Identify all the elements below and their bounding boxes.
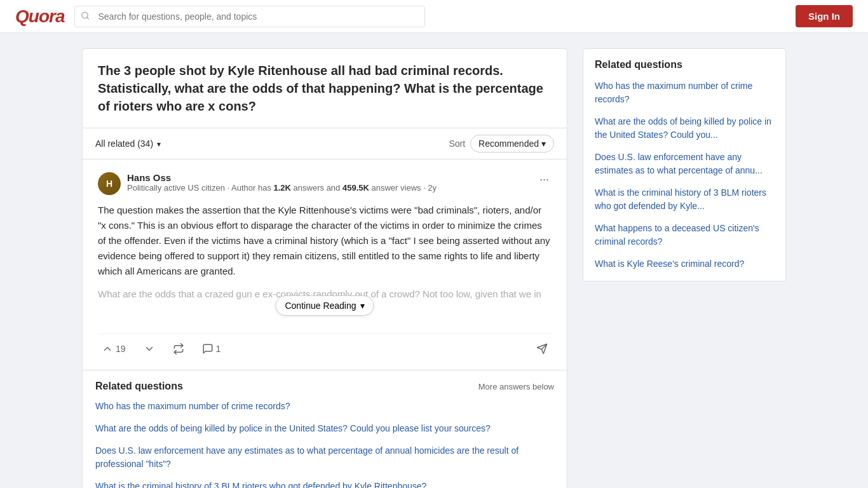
author-details: Hans Oss Politically active US citizen ·… xyxy=(127,172,437,193)
inline-related-link-1[interactable]: Who has the maximum number of crime reco… xyxy=(95,400,554,413)
sidebar-link-2[interactable]: What are the odds of being killed by pol… xyxy=(595,115,774,142)
downvote-button[interactable] xyxy=(140,341,159,357)
sidebar: Related questions Who has the maximum nu… xyxy=(583,48,786,488)
comment-count: 1 xyxy=(216,344,221,354)
all-related-label: All related (34) xyxy=(95,139,153,149)
main-content: The 3 people shot by Kyle Ritenhouse all… xyxy=(82,48,567,488)
answer-text: The question makes the assertion that th… xyxy=(98,203,552,279)
answer-actions: 19 xyxy=(98,334,552,357)
page-container: The 3 people shot by Kyle Ritenhouse all… xyxy=(72,33,796,488)
downvote-icon xyxy=(144,343,155,355)
svg-line-1 xyxy=(87,17,89,19)
inline-related-link-2[interactable]: What are the odds of being killed by pol… xyxy=(95,422,554,435)
search-bar xyxy=(74,6,424,27)
continue-reading-label: Continue Reading xyxy=(285,301,356,311)
continue-reading-button[interactable]: Continue Reading ▾ xyxy=(275,295,374,316)
comment-button[interactable]: 1 xyxy=(198,341,225,357)
answer-fade: What are the odds that a crazed gun e ex… xyxy=(98,287,552,325)
more-answers-label: More answers below xyxy=(478,382,554,391)
search-icon xyxy=(81,11,90,22)
answer-card: H Hans Oss Politically active US citizen… xyxy=(82,159,567,370)
upvote-count: 19 xyxy=(116,344,126,354)
all-related-filter[interactable]: All related (34) xyxy=(95,139,161,149)
upvote-icon xyxy=(102,343,113,355)
share-icon xyxy=(536,343,548,355)
inline-related-header: Related questions More answers below xyxy=(95,381,554,392)
comment-icon xyxy=(202,343,214,355)
author-info: H Hans Oss Politically active US citizen… xyxy=(98,172,437,195)
search-input[interactable] xyxy=(74,6,424,27)
more-options-button[interactable]: ··· xyxy=(537,172,552,186)
sidebar-title: Related questions xyxy=(595,59,774,71)
header: Quora Sign In xyxy=(0,0,868,33)
sidebar-link-3[interactable]: Does U.S. law enforcement have any estim… xyxy=(595,151,774,177)
sort-dropdown[interactable]: Recommended ▾ xyxy=(470,135,554,152)
sort-chevron-icon: ▾ xyxy=(541,139,546,149)
inline-related-card: Related questions More answers below Who… xyxy=(82,370,567,488)
sidebar-link-1[interactable]: Who has the maximum number of crime reco… xyxy=(595,79,774,106)
sidebar-link-6[interactable]: What is Kyle Reese's criminal record? xyxy=(595,257,774,271)
answer-header: H Hans Oss Politically active US citizen… xyxy=(98,172,552,195)
share-button[interactable] xyxy=(532,341,552,357)
author-name[interactable]: Hans Oss xyxy=(127,172,437,183)
repost-button[interactable] xyxy=(169,341,188,357)
question-title: The 3 people shot by Kyle Ritenhouse all… xyxy=(98,62,552,115)
sort-value: Recommended xyxy=(478,139,539,149)
filter-bar: All related (34) Sort Recommended ▾ xyxy=(82,128,567,159)
inline-related-link-4[interactable]: What is the criminal history of 3 BLM ri… xyxy=(95,480,554,488)
sign-in-button[interactable]: Sign In xyxy=(796,5,853,27)
repost-icon xyxy=(173,343,184,355)
logo[interactable]: Quora xyxy=(15,6,64,27)
upvote-button[interactable]: 19 xyxy=(98,341,130,357)
sort-section: Sort Recommended ▾ xyxy=(449,135,554,152)
sidebar-link-5[interactable]: What happens to a deceased US citizen's … xyxy=(595,222,774,248)
author-bio: Politically active US citizen · Author h… xyxy=(127,183,437,193)
inline-related-title: Related questions xyxy=(95,381,183,392)
question-box: The 3 people shot by Kyle Ritenhouse all… xyxy=(82,48,567,128)
all-related-chevron-icon xyxy=(157,139,161,149)
sidebar-link-4[interactable]: What is the criminal history of 3 BLM ri… xyxy=(595,186,774,213)
avatar: H xyxy=(98,172,121,195)
continue-reading-chevron-icon: ▾ xyxy=(360,301,365,311)
sidebar-card: Related questions Who has the maximum nu… xyxy=(583,48,786,281)
inline-related-link-3[interactable]: Does U.S. law enforcement have any estim… xyxy=(95,444,554,471)
sort-label: Sort xyxy=(449,139,465,149)
